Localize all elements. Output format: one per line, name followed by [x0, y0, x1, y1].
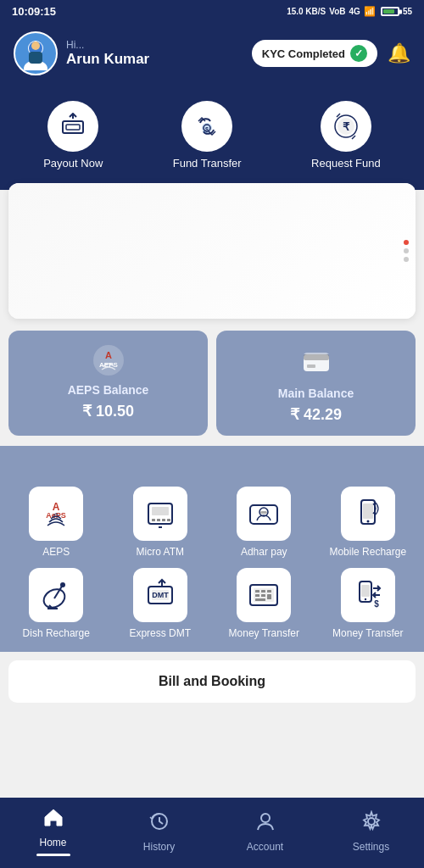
service-micro-atm[interactable]: Micro ATM	[113, 487, 209, 559]
services-section: A AePS AEPS	[0, 475, 424, 652]
avatar	[14, 31, 58, 75]
svg-rect-4	[29, 52, 42, 64]
nav-home[interactable]: Home	[28, 806, 79, 856]
aadhar-pay-icon	[237, 487, 291, 541]
svg-rect-26	[162, 519, 165, 521]
status-bar: 10:09:15 15.0 KB/S VoB 4G 📶 55	[0, 0, 424, 23]
svg-text:$: $	[205, 126, 209, 133]
aeps-balance-title: AEPS Balance	[68, 383, 149, 397]
bill-booking-label: Bill and Booking	[159, 674, 265, 688]
express-dmt-icon: DMT	[133, 568, 187, 622]
svg-text:A: A	[105, 350, 112, 360]
svg-rect-45	[255, 590, 259, 593]
services-grid: A AePS AEPS	[8, 487, 416, 640]
svg-rect-32	[363, 504, 373, 519]
svg-rect-48	[255, 594, 259, 597]
svg-rect-23	[152, 507, 169, 515]
micro-atm-label: Micro ATM	[137, 546, 184, 559]
nav-home-label: Home	[39, 837, 66, 849]
express-dmt-label: Express DMT	[129, 627, 191, 641]
service-express-dmt[interactable]: DMT Express DMT	[113, 568, 209, 641]
service-aadhar-pay[interactable]: Adhar pay	[216, 487, 312, 559]
svg-point-3	[31, 42, 40, 50]
balance-row: A AEPS AEPS Balance ₹ 10.50 Main Bala	[0, 319, 424, 436]
nav-settings-label: Settings	[353, 841, 389, 853]
payout-button[interactable]: Payout Now	[43, 101, 103, 170]
settings-icon	[360, 810, 382, 837]
svg-point-33	[366, 520, 369, 523]
battery-level: 55	[403, 7, 412, 16]
mobile-recharge-label: Mobile Recharge	[329, 546, 406, 559]
nav-history-label: History	[143, 841, 175, 853]
user-name: Arun Kumar	[66, 51, 149, 68]
svg-rect-47	[267, 590, 271, 593]
request-fund-button[interactable]: ₹ Request Fund	[311, 101, 381, 170]
service-money-transfer-2[interactable]: $ Money Transfer	[321, 568, 416, 641]
svg-rect-25	[157, 519, 160, 521]
svg-rect-50	[267, 594, 271, 599]
nav-active-line	[36, 854, 70, 856]
svg-rect-49	[261, 594, 265, 597]
aadhar-pay-label: Adhar pay	[241, 546, 287, 559]
banner-content	[8, 183, 416, 319]
money-transfer-1-label: Money Transfer	[229, 627, 299, 641]
bottom-nav: Home History Account	[0, 798, 424, 868]
banner-slider[interactable]	[8, 183, 416, 319]
main-balance-card[interactable]: Main Balance ₹ 42.29	[216, 331, 416, 436]
header: Hi... Arun Kumar KYC Completed ✓ 🔔	[0, 23, 424, 92]
money-transfer-2-label: Money Transfer	[332, 627, 403, 641]
account-icon	[254, 810, 276, 837]
nav-account[interactable]: Account	[240, 810, 291, 853]
dot-3	[404, 257, 409, 262]
dish-recharge-label: Dish Recharge	[23, 627, 90, 641]
service-mobile-recharge[interactable]: Mobile Recharge	[321, 487, 416, 559]
aeps-balance-card[interactable]: A AEPS AEPS Balance ₹ 10.50	[8, 331, 208, 436]
main-balance-title: Main Balance	[278, 387, 354, 400]
marquee-text: etailer, This is to inform you that, any…	[0, 453, 424, 467]
action-bar: Payout Now $ Fund Transfer	[0, 92, 424, 190]
battery-icon	[381, 7, 399, 16]
user-info: Hi... Arun Kumar	[14, 31, 149, 75]
svg-point-57	[261, 814, 270, 822]
payout-label: Payout Now	[43, 157, 103, 170]
nav-settings[interactable]: Settings	[346, 810, 397, 853]
svg-text:DMT: DMT	[152, 591, 169, 599]
service-aeps[interactable]: A AePS AEPS	[8, 487, 104, 559]
svg-rect-18	[304, 354, 329, 360]
svg-rect-46	[261, 590, 265, 593]
main-balance-amount: ₹ 42.29	[290, 405, 342, 424]
header-right: KYC Completed ✓ 🔔	[252, 40, 410, 67]
history-icon	[148, 810, 170, 837]
bill-booking-section[interactable]: Bill and Booking	[8, 660, 416, 703]
svg-text:₹: ₹	[343, 120, 350, 133]
request-fund-label: Request Fund	[311, 157, 381, 170]
notification-bell-icon[interactable]: 🔔	[388, 42, 410, 64]
svg-rect-24	[152, 519, 155, 521]
signal-bars: 📶	[364, 6, 376, 17]
status-right: 15.0 KB/S VoB 4G 📶 55	[287, 6, 412, 17]
service-dish-recharge[interactable]: Dish Recharge	[8, 568, 104, 641]
svg-text:$: $	[374, 599, 379, 609]
nav-account-label: Account	[247, 841, 283, 853]
home-icon	[42, 806, 64, 833]
dot-1	[404, 240, 409, 245]
kyc-label: KYC Completed	[262, 47, 345, 60]
fund-transfer-button[interactable]: $ Fund Transfer	[173, 101, 242, 170]
money-transfer-2-icon: $	[341, 568, 395, 622]
dot-2	[404, 248, 409, 253]
svg-rect-30	[260, 511, 267, 514]
svg-rect-19	[307, 364, 315, 368]
main-balance-icon	[298, 342, 334, 381]
nav-history[interactable]: History	[134, 810, 185, 853]
aeps-balance-amount: ₹ 10.50	[82, 402, 134, 420]
aeps-service-icon: A AePS	[29, 487, 83, 541]
svg-point-54	[365, 598, 366, 599]
service-money-transfer-1[interactable]: Money Transfer	[216, 568, 312, 641]
payout-icon	[47, 101, 98, 152]
greeting: Hi...	[66, 39, 149, 51]
micro-atm-icon	[133, 487, 187, 541]
svg-point-36	[60, 582, 65, 587]
svg-rect-7	[66, 125, 80, 130]
kyc-badge: KYC Completed ✓	[252, 40, 377, 67]
fund-transfer-label: Fund Transfer	[173, 157, 242, 170]
